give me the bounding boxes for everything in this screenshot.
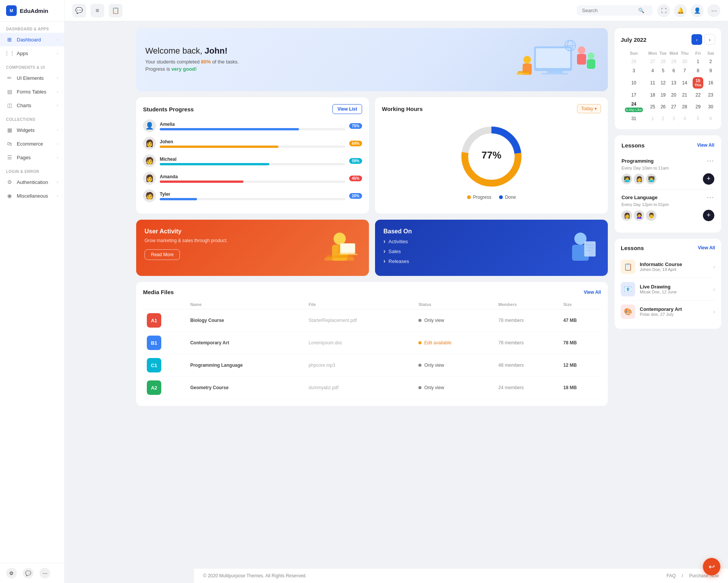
lesson-list-item[interactable]: 📋 Informatic Course Johen Doe, 19 April … — [621, 256, 715, 278]
sidebar-item-widgets[interactable]: ▦ Widgets › — [0, 123, 64, 137]
cal-day-cell[interactable]: 13 — [668, 75, 680, 90]
footer-settings-icon[interactable]: ⚙ — [6, 568, 17, 578]
lesson-add-button[interactable]: + — [703, 210, 714, 221]
topbar-clipboard-btn[interactable]: 📋 — [109, 4, 122, 17]
sidebar-item-dashboard[interactable]: ⊞ Dashboard › — [0, 33, 64, 46]
based-on-items: ActivitiesSalesReleases — [383, 238, 412, 265]
view-list-button[interactable]: View List — [332, 104, 362, 114]
cal-day-cell[interactable]: 15This — [690, 75, 706, 90]
lessons-view-all-1[interactable]: View All — [697, 143, 714, 148]
cal-day-cell[interactable]: 6 — [706, 114, 715, 123]
legend-progress: Progress — [467, 195, 491, 200]
cal-day-cell[interactable]: 25 — [647, 100, 658, 114]
today-filter-button[interactable]: Today ▾ — [577, 104, 601, 113]
lesson-list-item[interactable]: 📧 Live Drawing Micak Doe, 12 June › — [621, 278, 715, 301]
cal-day-cell[interactable]: 26 — [658, 100, 668, 114]
cal-day-cell[interactable]: 5 — [690, 114, 706, 123]
cal-day-cell[interactable]: 26 — [621, 57, 647, 66]
main-content: Welcome back, John! Your students comple… — [136, 28, 608, 406]
cal-day-cell[interactable]: 29 — [668, 57, 680, 66]
sidebar-item-forms-tables[interactable]: ▤ Forms Tables › — [0, 85, 64, 98]
cal-day-cell[interactable]: 20 — [668, 90, 680, 100]
cal-day-cell[interactable]: 18 — [647, 90, 658, 100]
faq-link[interactable]: FAQ — [667, 573, 676, 578]
lesson-more-btn[interactable]: ··· — [707, 194, 714, 201]
lesson-list-icon: 🎨 — [621, 304, 635, 319]
welcome-illustration — [511, 39, 599, 81]
cal-day-cell[interactable]: 16 — [706, 75, 715, 90]
cal-day-cell[interactable]: 7 — [680, 66, 690, 75]
cal-day-cell[interactable]: 30 — [680, 57, 690, 66]
cal-day-cell[interactable]: 3 — [668, 114, 680, 123]
cal-day-cell[interactable]: 4 — [680, 114, 690, 123]
students-progress-header: Students Progress View List — [143, 104, 362, 114]
cal-day-cell[interactable]: 27 — [668, 100, 680, 114]
cal-day-cell[interactable]: 14 — [680, 75, 690, 90]
cal-day-cell[interactable]: 2 — [658, 114, 668, 123]
lesson-list-item[interactable]: 🎨 Contemporary Art Potar doe, 27 July › — [621, 301, 715, 323]
sidebar-item-miscellaneous[interactable]: ◉ Miscellaneous › — [0, 189, 64, 203]
cal-day-cell[interactable]: 17 — [621, 90, 647, 100]
cal-day-cell[interactable]: 2 — [706, 57, 715, 66]
cal-day-cell[interactable]: 21 — [680, 90, 690, 100]
footer-chat-icon[interactable]: 💬 — [23, 568, 33, 578]
cal-day-cell[interactable]: 31 — [621, 114, 647, 123]
media-file-row[interactable]: B1 Contemporary Art Loremipsum.doc Edit … — [143, 332, 601, 354]
cal-day-cell[interactable]: 6 — [668, 66, 680, 75]
sidebar-item-ecommerce[interactable]: 🛍 Ecommerce › — [0, 137, 64, 151]
read-more-button[interactable]: Read More — [145, 249, 180, 260]
lesson-more-btn[interactable]: ··· — [707, 158, 714, 165]
search-input[interactable] — [582, 8, 635, 13]
cal-day-cell[interactable]: 29 — [690, 100, 706, 114]
cal-day-cell[interactable]: 3 — [621, 66, 647, 75]
footer-dots-icon[interactable]: ⋯ — [40, 568, 50, 578]
topbar-chat-btn[interactable]: 💬 — [72, 4, 86, 17]
topbar-flag-btn[interactable]: ≡ — [91, 4, 104, 17]
cal-day-cell[interactable]: 1 — [647, 114, 658, 123]
cal-day-cell[interactable]: 30 — [706, 100, 715, 114]
svg-rect-28 — [584, 241, 596, 257]
cal-prev-button[interactable]: ‹ — [691, 34, 702, 45]
lessons-list-1: Programming ··· Every Day 10am to 11am 👩… — [622, 153, 714, 226]
welcome-text: Welcome back, John! Your students comple… — [145, 46, 239, 73]
media-file-row[interactable]: A2 Geometry Course dummyabz.pdf Only vie… — [143, 377, 601, 399]
svg-rect-11 — [517, 73, 529, 75]
cal-day-cell[interactable]: 8 — [690, 66, 706, 75]
cal-day-cell[interactable]: 19 — [658, 90, 668, 100]
cal-day-cell[interactable]: 27 — [647, 57, 658, 66]
cal-day-cell[interactable]: 23 — [706, 90, 715, 100]
cal-day-cell[interactable]: 28 — [680, 100, 690, 114]
cal-next-button[interactable]: › — [704, 34, 715, 45]
cal-day-cell[interactable]: 12 — [658, 75, 668, 90]
sidebar-item-ui-elements[interactable]: ✏ UI Elements › — [0, 71, 64, 85]
lessons-view-all-2[interactable]: View All — [698, 245, 715, 250]
sidebar-item-authentication[interactable]: ⚙ Authentication › — [0, 175, 64, 189]
lesson-add-button[interactable]: + — [703, 173, 714, 185]
cal-day-cell[interactable]: 9 — [706, 66, 715, 75]
cal-day-cell[interactable]: 11 — [647, 75, 658, 90]
media-file-row[interactable]: C1 Programming Language phpcore.mp3 Only… — [143, 354, 601, 377]
cal-day-cell[interactable]: 10 — [621, 75, 647, 90]
sidebar-item-charts[interactable]: ◫ Charts › — [0, 98, 64, 112]
cal-day-cell[interactable]: 246:45p Like — [621, 100, 647, 114]
dashboard-chevron: › — [57, 38, 58, 42]
chat-fab-button[interactable]: ↩ — [703, 558, 720, 575]
sidebar-item-apps[interactable]: ⋮⋮ Apps › — [0, 46, 64, 60]
cal-day-cell[interactable]: 5 — [658, 66, 668, 75]
cal-day-cell[interactable]: 4 — [647, 66, 658, 75]
cal-day-cell[interactable]: 22 — [690, 90, 706, 100]
search-box[interactable]: 🔍 — [577, 5, 653, 16]
cal-day-cell[interactable]: 28 — [658, 57, 668, 66]
done-dot — [499, 195, 503, 199]
grid-menu-btn[interactable]: ⋯ — [707, 4, 720, 17]
working-hours-header: Working Hours Today ▾ — [382, 104, 601, 113]
based-on-item: Sales — [383, 248, 412, 255]
sidebar-item-pages[interactable]: ☰ Pages › — [0, 151, 64, 164]
user-profile-btn[interactable]: 👤 — [691, 4, 704, 17]
notification-btn[interactable]: 🔔 — [674, 4, 687, 17]
media-file-row[interactable]: A1 Biology Course StarterReplacement.pdf… — [143, 309, 601, 332]
expand-icon-btn[interactable]: ⛶ — [657, 4, 670, 17]
student-row: 👩 Amanda 45% — [143, 172, 362, 185]
media-view-all-button[interactable]: View All — [584, 290, 601, 295]
cal-day-cell[interactable]: 1 — [690, 57, 706, 66]
